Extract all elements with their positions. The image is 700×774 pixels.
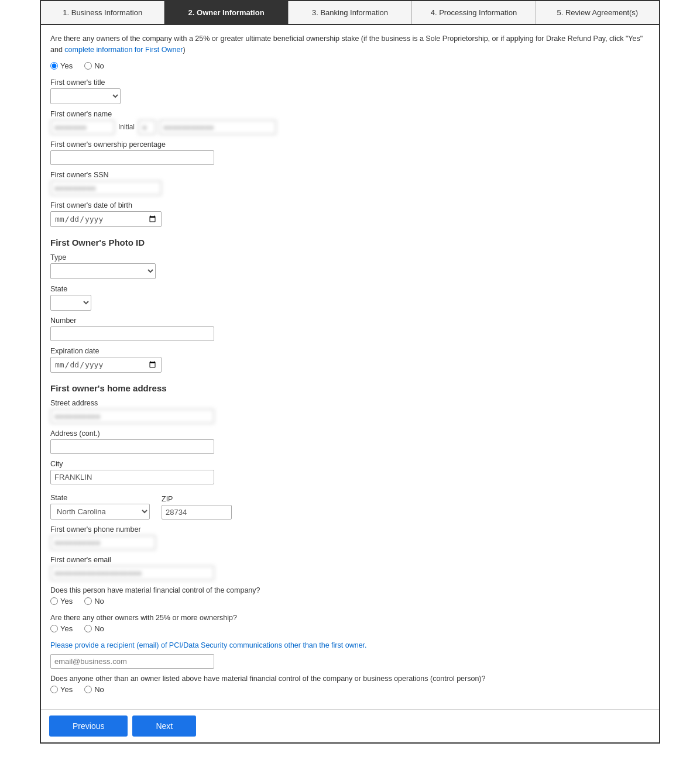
previous-button[interactable]: Previous <box>49 715 128 737</box>
photo-id-number-label: Number <box>50 317 650 325</box>
tab-business-information[interactable]: 1. Business Information <box>41 1 164 24</box>
photo-id-type-label: Type <box>50 253 650 262</box>
pci-email-input[interactable] <box>50 654 214 669</box>
home-address-heading: First owner's home address <box>50 383 650 393</box>
first-owner-first-name-input[interactable] <box>50 120 115 135</box>
other-owners-no[interactable]: No <box>84 624 104 633</box>
dob-label: First owner's date of birth <box>50 201 650 209</box>
tab-owner-information[interactable]: 2. Owner Information <box>164 1 288 24</box>
owner-yes-no-group: Yes No <box>50 61 650 70</box>
street-address-label: Street address <box>50 399 650 407</box>
initial-label: Initial <box>118 123 135 131</box>
photo-id-state-select[interactable]: AL NC CA <box>50 295 91 311</box>
tab-banking-information[interactable]: 3. Banking Information <box>289 1 412 24</box>
material-control-row: Does this person have material financial… <box>50 586 650 606</box>
photo-id-state-label: State <box>50 285 650 293</box>
photo-id-number-input[interactable] <box>50 326 214 341</box>
city-input[interactable] <box>50 470 214 484</box>
ssn-input[interactable] <box>50 181 162 195</box>
material-control-yes[interactable]: Yes <box>50 597 73 606</box>
state-col: State North Carolina Alabama California <box>50 488 150 520</box>
pci-email-question: Please provide a recipient (email) of PC… <box>50 641 650 649</box>
other-owners-question: Are there any other owners with 25% or m… <box>50 614 650 622</box>
photo-id-heading: First Owner's Photo ID <box>50 238 650 247</box>
address2-label: Address (cont.) <box>50 429 650 438</box>
first-owner-name-row: Initial <box>50 120 650 135</box>
ownership-pct-label: First owner's ownership percentage <box>50 140 650 149</box>
zip-label: ZIP <box>162 495 232 503</box>
intro-text: Are there any owners of the company with… <box>50 33 650 56</box>
owner-no-radio[interactable]: No <box>84 61 104 70</box>
first-owner-title-select[interactable]: Mr Mrs Ms Dr <box>50 88 121 104</box>
dob-input[interactable] <box>50 211 162 227</box>
other-owners-radio-group: Yes No <box>50 624 650 633</box>
email-label: First owner's email <box>50 556 650 564</box>
email-input[interactable] <box>50 566 214 580</box>
first-owner-initial-input[interactable] <box>138 120 156 135</box>
address2-input[interactable] <box>50 439 214 454</box>
ssn-label: First owner's SSN <box>50 171 650 179</box>
photo-id-expiration-input[interactable] <box>50 357 162 373</box>
tab-review-agreements[interactable]: 5. Review Agreement(s) <box>536 1 659 24</box>
street-address-input[interactable] <box>50 409 214 424</box>
first-owner-last-name-input[interactable] <box>159 120 276 135</box>
material-control-no[interactable]: No <box>84 597 104 606</box>
tab-bar: 1. Business Information 2. Owner Informa… <box>41 1 659 25</box>
material-control-radio-group: Yes No <box>50 597 650 606</box>
other-owners-yes[interactable]: Yes <box>50 624 73 633</box>
next-button[interactable]: Next <box>132 715 196 737</box>
state-label: State <box>50 494 150 502</box>
state-zip-row: State North Carolina Alabama California … <box>50 488 650 520</box>
photo-id-expiration-label: Expiration date <box>50 347 650 355</box>
control-person-radio-group: Yes No <box>50 685 650 694</box>
zip-col: ZIP <box>162 489 232 520</box>
photo-id-type-select[interactable]: Driver's License Passport State ID <box>50 263 156 279</box>
phone-label: First owner's phone number <box>50 525 650 534</box>
first-owner-name-label: First owner's name <box>50 110 650 118</box>
control-person-question: Does anyone other than an owner listed a… <box>50 675 650 683</box>
ownership-pct-input[interactable] <box>50 150 214 165</box>
phone-input[interactable] <box>50 535 156 550</box>
control-person-yes[interactable]: Yes <box>50 685 73 694</box>
first-owner-title-label: First owner's title <box>50 78 650 87</box>
tab-processing-information[interactable]: 4. Processing Information <box>412 1 536 24</box>
owner-yes-radio[interactable]: Yes <box>50 61 73 70</box>
button-row: Previous Next <box>41 709 659 742</box>
form-content: Are there any owners of the company with… <box>41 25 659 709</box>
state-select[interactable]: North Carolina Alabama California <box>50 504 150 520</box>
pci-email-row: Please provide a recipient (email) of PC… <box>50 641 650 669</box>
control-person-row: Does anyone other than an owner listed a… <box>50 675 650 694</box>
city-label: City <box>50 460 650 468</box>
material-control-question: Does this person have material financial… <box>50 586 650 594</box>
other-owners-row: Are there any other owners with 25% or m… <box>50 614 650 633</box>
zip-input[interactable] <box>162 505 232 520</box>
control-person-no[interactable]: No <box>84 685 104 694</box>
